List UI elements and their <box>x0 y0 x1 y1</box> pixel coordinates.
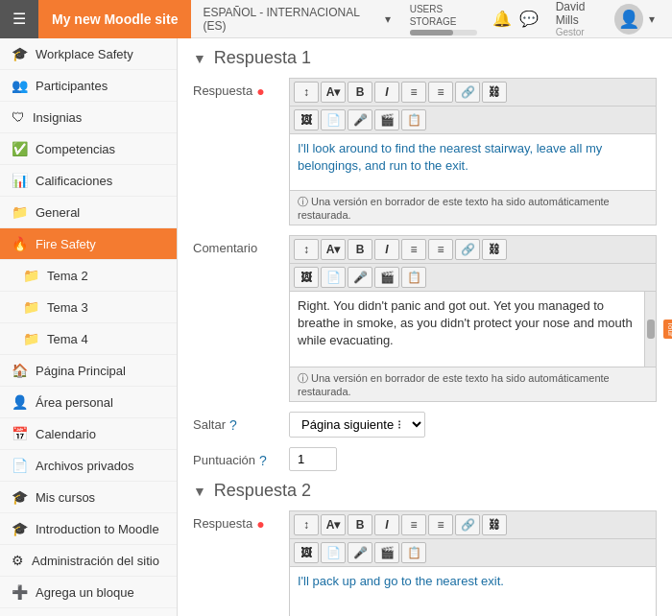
sidebar-label-tema-3: Tema 3 <box>47 300 88 315</box>
collapse-arrow2-icon[interactable]: ▼ <box>193 484 206 499</box>
site-name[interactable]: My new Moodle site <box>38 0 191 38</box>
sidebar-item-mis-cursos[interactable]: 🎓 Mis cursos <box>0 482 177 513</box>
sidebar-icon-workplace-safety: 🎓 <box>12 46 28 61</box>
toolbar-image-btn[interactable]: 🖼 <box>294 109 319 130</box>
toolbar-italic-btn[interactable]: I <box>374 82 399 103</box>
sidebar-icon-participantes: 👥 <box>12 78 28 93</box>
sidebar-item-fire-safety[interactable]: 🔥 Fire Safety <box>0 228 177 260</box>
language-selector[interactable]: ESPAÑOL - INTERNACIONAL (ES) ▾ <box>191 6 401 33</box>
toolbar2-bold-btn[interactable]: B <box>348 239 372 260</box>
sidebar-item-general[interactable]: 📁 General <box>0 197 177 228</box>
toolbar-bold-btn[interactable]: B <box>348 82 372 103</box>
toolbar2-file-btn[interactable]: 📄 <box>321 267 346 288</box>
sidebar-item-agrega-bloque[interactable]: ➕ Agrega un bloque <box>0 577 177 608</box>
toolbar3-list-btn[interactable]: ≡ <box>401 514 426 535</box>
toolbar3-font-btn[interactable]: A▾ <box>321 514 346 535</box>
sidebar-item-workplace-safety[interactable]: 🎓 Workplace Safety <box>0 38 177 70</box>
user-block[interactable]: David Mills Gestor 👤 ▾ <box>546 0 664 37</box>
sidebar-icon-fire-safety: 🔥 <box>12 236 28 251</box>
toolbar-list2-btn[interactable]: ≡ <box>428 82 453 103</box>
toolbar3-image-btn[interactable]: 🖼 <box>294 542 319 563</box>
toolbar3-audio-btn[interactable]: 🎤 <box>348 542 372 563</box>
sidebar-item-archivos-privados[interactable]: 📄 Archivos privados <box>0 450 177 482</box>
toolbar-link-btn[interactable]: 🔗 <box>455 82 480 103</box>
editor2-toolbar-row2: 🖼 📄 🎤 🎬 📋 <box>289 263 657 291</box>
toolbar2-italic-btn[interactable]: I <box>374 239 399 260</box>
toolbar3-italic-btn[interactable]: I <box>374 514 399 535</box>
sidebar-item-intro-moodle[interactable]: 🎓 Introduction to Moodle <box>0 513 177 545</box>
dropdown-arrow-icon: ▾ <box>649 12 655 26</box>
sidebar-item-calificaciones[interactable]: 📊 Calificaciones <box>0 165 177 197</box>
sidebar-item-competencias[interactable]: ✅ Competencias <box>0 133 177 165</box>
sidebar-icon-mis-cursos: 🎓 <box>12 489 28 505</box>
toolbar2-reorder-btn[interactable]: ↕ <box>294 239 319 260</box>
toolbar-font-btn[interactable]: A▾ <box>321 82 346 103</box>
toolbar-file-btn[interactable]: 📄 <box>321 109 346 130</box>
sidebar-item-tema-4[interactable]: 📁 Tema 4 <box>0 323 177 355</box>
toolbar3-link-btn[interactable]: 🔗 <box>455 514 480 535</box>
respuesta1-respuesta-content: ↕ A▾ B I ≡ ≡ 🔗 ⛓ 🖼 📄 🎤 🎬 📋 I <box>289 78 657 225</box>
sidebar-label-admin-sitio: Administración del sitio <box>32 554 159 568</box>
sidebar-icon-admin-sitio: ⚙ <box>12 553 24 568</box>
toolbar3-file-btn[interactable]: 📄 <box>321 542 346 563</box>
respuesta2-editor[interactable]: I'll pack up and go to the nearest exit. <box>289 566 657 616</box>
storage-bar <box>410 30 477 36</box>
main-layout: 🎓 Workplace Safety👥 Participantes🛡 Insig… <box>0 38 672 616</box>
sidebar-item-area-personal[interactable]: 👤 Área personal <box>0 387 177 418</box>
saltar-help-icon[interactable]: ? <box>229 417 237 433</box>
toolbar2-font-btn[interactable]: A▾ <box>321 239 346 260</box>
toolbar2-paste-btn[interactable]: 📋 <box>401 267 426 288</box>
hamburger-button[interactable]: ☰ <box>0 0 38 38</box>
respuesta2-title: Respuesta 2 <box>214 481 311 501</box>
toolbar2-link-btn[interactable]: 🔗 <box>455 239 480 260</box>
sidebar-icon-agrega-bloque: ➕ <box>12 584 28 600</box>
editor1-toolbar-row1: ↕ A▾ B I ≡ ≡ 🔗 ⛓ <box>289 78 657 106</box>
sidebar-label-competencias: Competencias <box>36 142 115 156</box>
toolbar3-reorder-btn[interactable]: ↕ <box>294 514 319 535</box>
toolbar3-unlink-btn[interactable]: ⛓ <box>482 514 507 535</box>
toolbar2-video-btn[interactable]: 🎬 <box>374 267 399 288</box>
toolbar2-image-btn[interactable]: 🖼 <box>294 267 319 288</box>
sidebar-item-tema-2[interactable]: 📁 Tema 2 <box>0 260 177 292</box>
comentario-editor[interactable]: Right. You didn't panic and got out. Yet… <box>289 291 657 367</box>
chevron-down-icon: ▾ <box>385 12 391 26</box>
toolbar-audio-btn[interactable]: 🎤 <box>348 109 372 130</box>
toolbar-video-btn[interactable]: 🎬 <box>374 109 399 130</box>
bell-icon[interactable]: 🔔 <box>492 10 512 28</box>
respuesta1-editor[interactable]: I'll look around to find the nearest sta… <box>289 133 657 191</box>
chat-icon[interactable]: 💬 <box>519 10 539 28</box>
sidebar-label-tema-2: Tema 2 <box>47 269 88 283</box>
puntuacion-input[interactable] <box>289 447 337 471</box>
toolbar3-list2-btn[interactable]: ≡ <box>428 514 453 535</box>
toolbar2-list2-btn[interactable]: ≡ <box>428 239 453 260</box>
sidebar-item-admin-sitio[interactable]: ⚙ Administración del sitio <box>0 545 177 577</box>
nav-icons: 🔔 💬 David Mills Gestor 👤 ▾ <box>485 0 672 37</box>
toolbar-list-btn[interactable]: ≡ <box>401 82 426 103</box>
sidebar-label-calendario: Calendario <box>36 427 96 441</box>
sidebar-item-pagina-principal[interactable]: 🏠 Página Principal <box>0 355 177 387</box>
puntuacion-content <box>289 447 657 471</box>
toolbar-reorder-btn[interactable]: ↕ <box>294 82 319 103</box>
collapse-arrow-icon[interactable]: ▼ <box>193 51 206 66</box>
sidebar-item-insignias[interactable]: 🛡 Insignias <box>0 102 177 133</box>
sidebar-item-participantes[interactable]: 👥 Participantes <box>0 70 177 102</box>
toolbar-unlink-btn[interactable]: ⛓ <box>482 82 507 103</box>
sidebar-item-calendario[interactable]: 📅 Calendario <box>0 418 177 450</box>
sidebar-item-tema-3[interactable]: 📁 Tema 3 <box>0 292 177 323</box>
toolbar2-list-btn[interactable]: ≡ <box>401 239 426 260</box>
sidebar-label-agrega-bloque: Agrega un bloque <box>36 585 134 600</box>
editor2-toolbar-row1: ↕ A▾ B I ≡ ≡ 🔗 ⛓ <box>289 235 657 263</box>
toolbar3-paste-btn[interactable]: 📋 <box>401 542 426 563</box>
toolbar3-video-btn[interactable]: 🎬 <box>374 542 399 563</box>
sidebar-label-archivos-privados: Archivos privados <box>36 459 134 473</box>
respuesta1-draft-note: ⓘ Una versión en borrador de este texto … <box>289 191 657 225</box>
toolbar2-unlink-btn[interactable]: ⛓ <box>482 239 507 260</box>
sidebar-label-fire-safety: Fire Safety <box>36 237 96 251</box>
comentario-editor-wrapper: Right. You didn't panic and got out. Yet… <box>289 291 657 367</box>
toolbar-paste-btn[interactable]: 📋 <box>401 109 426 130</box>
scrollbar[interactable] <box>644 292 656 367</box>
puntuacion-help-icon[interactable]: ? <box>259 453 267 468</box>
toolbar2-audio-btn[interactable]: 🎤 <box>348 267 372 288</box>
toolbar3-bold-btn[interactable]: B <box>348 514 372 535</box>
saltar-select[interactable]: Página siguiente ⁝ <box>289 412 425 438</box>
